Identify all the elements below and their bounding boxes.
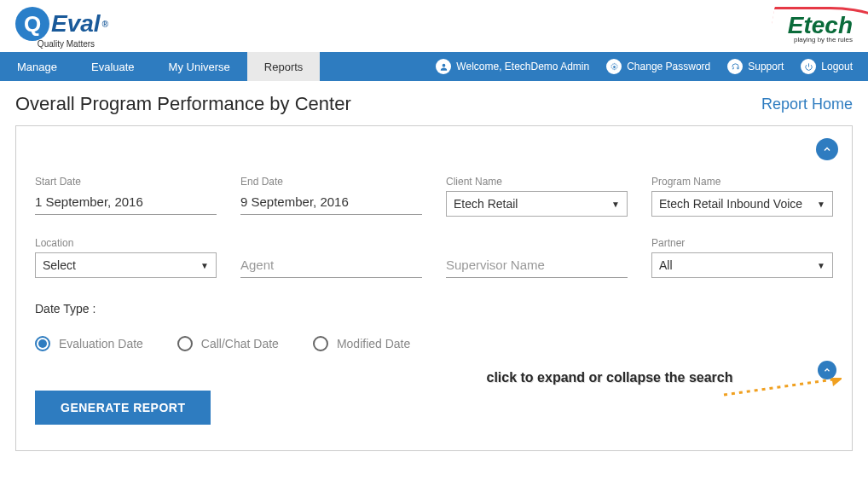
svg-point-1 bbox=[613, 66, 616, 68]
supervisor-input[interactable] bbox=[446, 254, 628, 278]
radio-modified-date[interactable]: Modified Date bbox=[313, 336, 410, 351]
change-password-label: Change Password bbox=[627, 61, 710, 72]
location-label: Location bbox=[35, 237, 217, 249]
nav-right: Welcome, EtechDemo Admin Change Password… bbox=[429, 52, 868, 81]
date-type-heading: Date Type : bbox=[35, 302, 833, 316]
partner-select[interactable]: All ▼ bbox=[651, 252, 833, 278]
supervisor-field bbox=[446, 254, 628, 278]
agent-input[interactable] bbox=[240, 254, 422, 278]
radio-icon bbox=[35, 336, 50, 351]
logout-link[interactable]: Logout bbox=[794, 59, 859, 74]
chevron-down-icon: ▼ bbox=[817, 200, 825, 209]
nav-my-universe[interactable]: My Universe bbox=[152, 52, 247, 81]
annotation-arrow-icon bbox=[722, 378, 842, 398]
title-row: Overall Program Performance by Center Re… bbox=[0, 81, 868, 125]
start-date-field: Start Date bbox=[35, 176, 217, 217]
nav-reports[interactable]: Reports bbox=[247, 52, 321, 81]
support-label: Support bbox=[748, 61, 784, 72]
radio-evaluation-date[interactable]: Evaluation Date bbox=[35, 336, 143, 351]
qeval-q-icon: Q bbox=[15, 7, 49, 41]
collapse-toggle-indicator[interactable] bbox=[818, 361, 836, 379]
svg-point-0 bbox=[443, 63, 446, 67]
qeval-text: Eval bbox=[51, 10, 101, 38]
start-date-input[interactable] bbox=[35, 191, 217, 215]
client-name-label: Client Name bbox=[446, 176, 628, 188]
main-navbar: Manage Evaluate My Universe Reports Welc… bbox=[0, 52, 868, 81]
radio-icon bbox=[313, 336, 328, 351]
change-password-link[interactable]: Change Password bbox=[599, 59, 717, 74]
partner-label: Partner bbox=[651, 237, 833, 249]
annotation-callout: click to expand or collapse the search bbox=[482, 369, 738, 387]
location-select[interactable]: Select ▼ bbox=[35, 252, 217, 278]
nav-manage[interactable]: Manage bbox=[0, 52, 74, 81]
client-name-select[interactable]: Etech Retail ▼ bbox=[446, 191, 628, 217]
chevron-down-icon: ▼ bbox=[817, 261, 825, 270]
client-name-value: Etech Retail bbox=[454, 197, 518, 211]
gear-icon bbox=[606, 59, 622, 74]
location-field: Location Select ▼ bbox=[35, 237, 217, 278]
filter-grid: Start Date End Date Client Name Etech Re… bbox=[35, 176, 833, 278]
partner-value: All bbox=[659, 258, 673, 272]
svg-line-2 bbox=[724, 379, 833, 395]
nav-left: Manage Evaluate My Universe Reports bbox=[0, 52, 320, 81]
chevron-down-icon: ▼ bbox=[611, 200, 620, 209]
partner-field: Partner All ▼ bbox=[651, 237, 833, 278]
end-date-field: End Date bbox=[240, 176, 422, 217]
qeval-tagline: Quality Matters bbox=[15, 39, 108, 49]
qeval-logo: Q Eval® Quality Matters bbox=[15, 7, 108, 49]
program-name-label: Program Name bbox=[651, 176, 833, 188]
report-home-link[interactable]: Report Home bbox=[761, 96, 853, 113]
radio-label-callchat: Call/Chat Date bbox=[201, 337, 279, 350]
radio-icon bbox=[177, 336, 193, 351]
power-icon bbox=[801, 59, 816, 74]
program-name-select[interactable]: Etech Retail Inbound Voice ▼ bbox=[651, 191, 833, 217]
search-panel: Start Date End Date Client Name Etech Re… bbox=[15, 125, 853, 451]
end-date-input[interactable] bbox=[240, 191, 422, 215]
etech-tagline: playing by the rules bbox=[788, 36, 853, 43]
radio-label-modified: Modified Date bbox=[337, 337, 410, 350]
date-type-radio-group: Evaluation Date Call/Chat Date Modified … bbox=[35, 336, 833, 351]
page-title: Overall Program Performance by Center bbox=[15, 93, 351, 115]
headset-icon bbox=[727, 59, 743, 74]
user-icon bbox=[436, 59, 451, 74]
etech-logo: Etech playing by the rules bbox=[788, 12, 853, 43]
support-link[interactable]: Support bbox=[720, 59, 790, 74]
end-date-label: End Date bbox=[240, 176, 422, 188]
radio-label-evaluation: Evaluation Date bbox=[59, 337, 143, 350]
header-bar: Q Eval® Quality Matters Etech playing by… bbox=[0, 0, 868, 52]
welcome-label: Welcome, EtechDemo Admin bbox=[456, 61, 589, 72]
program-name-value: Etech Retail Inbound Voice bbox=[659, 197, 802, 211]
chevron-down-icon: ▼ bbox=[200, 261, 209, 270]
svg-marker-3 bbox=[831, 378, 842, 386]
location-value: Select bbox=[43, 258, 76, 272]
generate-report-button[interactable]: GENERATE REPORT bbox=[35, 391, 211, 425]
program-name-field: Program Name Etech Retail Inbound Voice … bbox=[651, 176, 833, 217]
logout-label: Logout bbox=[821, 61, 853, 72]
client-name-field: Client Name Etech Retail ▼ bbox=[446, 176, 628, 217]
radio-call-chat-date[interactable]: Call/Chat Date bbox=[177, 336, 279, 351]
collapse-toggle-top[interactable] bbox=[816, 138, 838, 160]
start-date-label: Start Date bbox=[35, 176, 217, 188]
welcome-user[interactable]: Welcome, EtechDemo Admin bbox=[429, 59, 596, 74]
nav-evaluate[interactable]: Evaluate bbox=[74, 52, 152, 81]
agent-field bbox=[240, 254, 422, 278]
